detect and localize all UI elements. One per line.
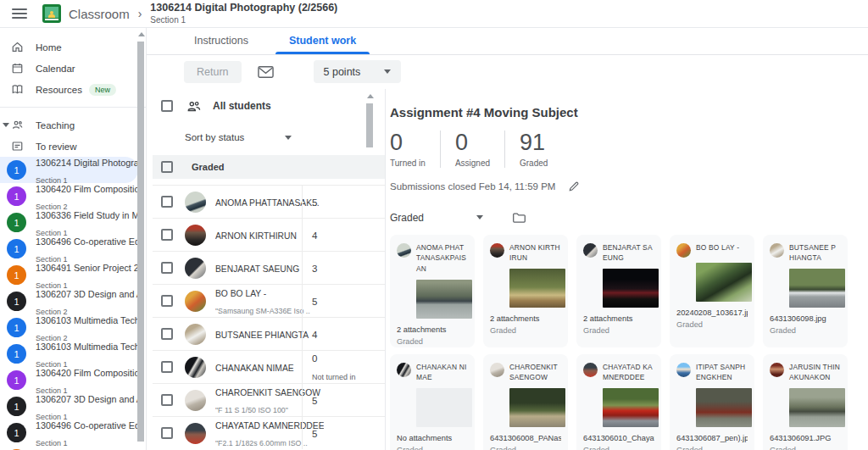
card-status: Graded: [583, 446, 654, 450]
app-header: Classroom › 1306214 Digital Photography …: [0, 0, 868, 28]
submission-card[interactable]: CHAYATAD KAMNERDDEE 6431306010_Chayata..…: [576, 354, 661, 450]
student-checkbox[interactable]: [161, 328, 173, 340]
sidebar-course-item[interactable]: 1 1306496 Co-operative Ed...Section 1: [0, 419, 138, 446]
assignment-title: Assignment #4 Moving Subject: [390, 105, 868, 119]
stat-graded[interactable]: 91 Graded: [504, 131, 562, 168]
to-review-icon: [11, 140, 24, 153]
student-grade[interactable]: 5: [312, 197, 317, 208]
student-row[interactable]: ARNON KIRTHIRUN 4: [153, 218, 385, 251]
student-row[interactable]: CHAYATAD KAMNERDDEE"F2.1 1/182s 6.00mm I…: [153, 416, 385, 449]
student-avatar: [676, 243, 691, 258]
submission-card[interactable]: ITIPAT SANPHENGKHEN 6431306087_pen).jpg …: [670, 354, 754, 450]
attachment-thumbnail[interactable]: [509, 388, 565, 427]
collapse-caret-icon[interactable]: [3, 123, 9, 127]
toolbar: Return 5 points: [147, 55, 868, 88]
submission-card[interactable]: ARNON KIRTHIRUN 2 attachments Graded: [483, 235, 568, 347]
student-avatar: [490, 363, 504, 377]
student-grade[interactable]: 5: [312, 396, 317, 406]
email-button[interactable]: [258, 65, 274, 79]
sidebar-scrollbar-thumb[interactable]: [137, 42, 144, 442]
course-title: 1306336 Field Study in Mu...: [36, 210, 138, 220]
sidebar-item-to-review[interactable]: To review: [0, 136, 146, 157]
student-checkbox[interactable]: [161, 196, 173, 208]
classroom-logo-icon[interactable]: [42, 4, 61, 23]
graded-section-checkbox[interactable]: [161, 161, 173, 173]
submission-card[interactable]: BENJARAT SAEUNG 2 attachments Graded: [576, 235, 661, 347]
points-dropdown[interactable]: 5 points: [314, 60, 402, 83]
submission-card[interactable]: CHAROENKIT SAENGOW 6431306008_PANassi...…: [483, 354, 568, 450]
attachment-thumbnail[interactable]: [603, 388, 659, 427]
student-checkbox[interactable]: [161, 229, 173, 241]
student-name: BUTSANEE PHIANGTA: [215, 331, 309, 340]
sidebar-item-resources[interactable]: Resources New: [0, 79, 146, 100]
breadcrumb-course-section: Section 1: [150, 15, 337, 26]
chevron-down-icon: [384, 69, 391, 74]
student-row[interactable]: BUTSANEE PHIANGTA 4: [153, 317, 385, 350]
list-scrollbar[interactable]: [366, 92, 374, 159]
tab-student-work[interactable]: Student work: [269, 28, 376, 54]
submission-card[interactable]: JARUSIN THINAKUNAKON 6431306091.JPG Grad…: [763, 354, 848, 450]
student-checkbox[interactable]: [161, 295, 173, 307]
student-checkbox[interactable]: [161, 262, 173, 274]
card-status: Graded: [397, 337, 468, 346]
attachment-thumbnail[interactable]: [696, 388, 752, 427]
stat-assigned[interactable]: 0 Assigned: [440, 131, 504, 168]
student-grade[interactable]: 3: [312, 264, 317, 274]
select-all-checkbox[interactable]: [161, 100, 173, 112]
sidebar-item-home[interactable]: Home: [0, 36, 146, 58]
folder-icon[interactable]: [512, 212, 526, 224]
sidebar-scrollbar[interactable]: [137, 30, 145, 450]
card-status: Graded: [770, 446, 841, 450]
assignment-stats: 0 Turned in 0 Assigned 91 Graded: [390, 131, 868, 168]
student-checkbox[interactable]: [161, 427, 173, 439]
course-title: 1306420 Film Compositio...: [36, 184, 138, 194]
student-checkbox[interactable]: [161, 361, 173, 373]
sidebar-item-calendar[interactable]: Calendar: [0, 58, 146, 79]
list-scrollbar-thumb[interactable]: [366, 103, 373, 147]
submission-card[interactable]: BUTSANEE PHIANGTA 6431306098.jpg Graded: [763, 235, 848, 347]
card-attachment-label: No attachments: [397, 434, 468, 442]
student-grade[interactable]: 5: [312, 429, 317, 439]
scroll-up-icon[interactable]: [367, 94, 374, 98]
student-grade[interactable]: 4: [312, 231, 317, 241]
graded-section-header: Graded: [153, 155, 385, 179]
student-row[interactable]: CHAROENKIT SAENGOW"F 11 S 1/50 ISO 100" …: [153, 383, 385, 416]
breadcrumb-course-title[interactable]: 1306214 Digital Photography (2/2566): [150, 2, 337, 15]
breadcrumb[interactable]: 1306214 Digital Photography (2/2566) Sec…: [150, 2, 337, 25]
student-grade[interactable]: 4: [312, 330, 317, 340]
main-menu-icon[interactable]: [12, 8, 27, 19]
stat-turned-in[interactable]: 0 Turned in: [390, 131, 440, 168]
attachment-thumbnail[interactable]: [603, 269, 659, 308]
all-students-row[interactable]: All students: [153, 92, 385, 119]
student-name: CHAYATAD KAMNERDDEE: [215, 421, 324, 431]
tab-instructions[interactable]: Instructions: [174, 28, 269, 54]
submission-card[interactable]: ANOMA PHATTANASAKPAISAN 2 attachments Gr…: [390, 235, 475, 347]
edit-pencil-icon[interactable]: [568, 181, 580, 192]
sidebar-item-teaching[interactable]: Teaching: [0, 114, 146, 136]
attachment-thumbnail[interactable]: [789, 388, 845, 427]
scroll-up-icon[interactable]: [138, 32, 145, 36]
chevron-down-icon[interactable]: [476, 215, 483, 219]
card-attachment-label: 20240208_103617.jpg: [676, 308, 748, 317]
submission-card[interactable]: CHANAKAN NIMAE No attachments Graded: [390, 354, 475, 450]
return-button[interactable]: Return: [184, 61, 242, 83]
status-filter-dropdown[interactable]: Graded: [390, 212, 424, 224]
sort-dropdown[interactable]: Sort by status: [153, 119, 385, 155]
student-row[interactable]: BENJARAT SAEUNG 3: [153, 251, 385, 284]
student-row[interactable]: CHANAKAN NIMAE 0Not turned in: [153, 350, 385, 383]
submissions-note-row: Submissions closed Feb 14, 11:59 PM: [390, 181, 868, 192]
attachment-thumbnail[interactable]: [416, 280, 472, 319]
student-row[interactable]: ANOMA PHATTANASAK... 5: [153, 185, 385, 218]
student-grade[interactable]: 5: [312, 297, 317, 307]
course-title: 1306491 Senior Project 2 (...: [36, 263, 138, 273]
course-title: 1306214 Digital Photograp...: [36, 158, 138, 168]
card-attachment-label: 2 attachments: [583, 314, 654, 323]
student-row[interactable]: BO BO LAY -"Samsaung SM-A336E Iso .. 5: [153, 284, 385, 317]
attachment-thumbnail[interactable]: [696, 263, 752, 302]
student-checkbox[interactable]: [161, 394, 173, 406]
student-grade[interactable]: 0: [312, 353, 317, 364]
attachment-thumbnail[interactable]: [509, 269, 565, 308]
submission-card[interactable]: BO BO LAY - 20240208_103617.jpg Graded: [670, 235, 754, 347]
attachment-thumbnail[interactable]: [789, 269, 845, 308]
app-name[interactable]: Classroom: [69, 7, 130, 21]
